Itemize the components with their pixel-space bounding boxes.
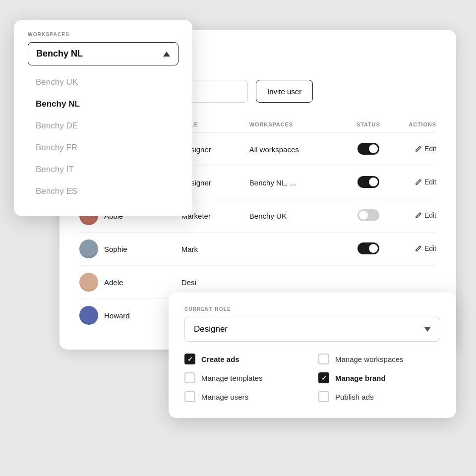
avatar: [79, 306, 98, 325]
col-header-actions: ACTIONS: [391, 117, 436, 133]
workspace-item-benchy-es[interactable]: Benchy ES: [28, 180, 178, 202]
avatar: [79, 273, 98, 292]
toggle-track[interactable]: [357, 242, 379, 254]
checkbox-create-ads[interactable]: [184, 354, 195, 364]
edit-icon: [415, 212, 422, 219]
edit-label: Edit: [424, 145, 436, 153]
role-select-box[interactable]: Designer: [184, 317, 440, 342]
status-toggle[interactable]: [357, 143, 379, 155]
edit-label: Edit: [424, 211, 436, 219]
dropdown-arrow-icon: [163, 52, 170, 57]
workspace-dropdown-list: Benchy UK Benchy NL Benchy DE Benchy FR …: [28, 67, 178, 206]
user-workspaces: Benchy NL, ...: [249, 166, 346, 199]
user-name: Howard: [104, 311, 130, 320]
role-dropdown-arrow-icon: [424, 327, 431, 332]
col-header-status: STATUS: [346, 117, 391, 133]
permission-manage-workspaces: Manage workspaces: [318, 354, 440, 364]
toggle-thumb: [369, 178, 378, 186]
invite-user-button[interactable]: Invite user: [256, 80, 313, 103]
user-name: Sophie: [104, 245, 127, 253]
status-toggle[interactable]: [357, 242, 379, 254]
workspace-item-benchy-it[interactable]: Benchy IT: [28, 159, 178, 180]
user-workspaces: [249, 233, 346, 266]
table-row: Sophie Mark: [79, 233, 436, 266]
toggle-thumb: [369, 144, 378, 153]
workspace-selected-value: Benchy NL: [36, 49, 83, 59]
user-actions: Edit: [391, 233, 436, 266]
avatar: [79, 239, 98, 258]
permission-label-create-ads: Create ads: [201, 355, 239, 363]
permission-manage-templates: Manage templates: [184, 372, 306, 383]
status-toggle[interactable]: [357, 176, 379, 188]
role-panel-label: CURRENT ROLE: [184, 306, 440, 312]
edit-button[interactable]: Edit: [415, 211, 436, 219]
toggle-thumb: [359, 211, 368, 220]
workspace-panel-label: WORKSPACES: [28, 32, 178, 37]
permission-manage-brand: Manage brand: [318, 372, 440, 383]
permission-manage-users: Manage users: [184, 391, 306, 402]
user-actions: Edit: [391, 133, 436, 166]
edit-label: Edit: [424, 178, 436, 186]
edit-button[interactable]: Edit: [415, 145, 436, 153]
workspace-item-benchy-nl[interactable]: Benchy NL: [28, 93, 178, 115]
workspace-item-benchy-fr[interactable]: Benchy FR: [28, 137, 178, 159]
permission-label-manage-workspaces: Manage workspaces: [335, 355, 404, 363]
role-panel: CURRENT ROLE Designer Create ads Manage …: [169, 293, 456, 418]
edit-icon: [415, 145, 422, 152]
workspace-panel: WORKSPACES Benchy NL Benchy UK Benchy NL…: [14, 20, 192, 216]
col-header-workspaces: WORKSPACES: [249, 117, 346, 133]
workspace-select-box[interactable]: Benchy NL: [28, 42, 178, 65]
workspace-item-benchy-uk[interactable]: Benchy UK: [28, 71, 178, 93]
toggle-track[interactable]: [357, 143, 379, 155]
checkbox-manage-brand[interactable]: [318, 372, 329, 383]
user-cell: Sophie: [79, 239, 181, 258]
checkbox-manage-templates[interactable]: [184, 372, 195, 383]
user-workspaces: All workspaces: [249, 133, 346, 166]
user-status[interactable]: [346, 199, 391, 233]
permission-label-manage-users: Manage users: [201, 393, 248, 401]
user-name: Adele: [104, 278, 123, 287]
permission-label-manage-templates: Manage templates: [201, 374, 262, 382]
workspace-item-benchy-de[interactable]: Benchy DE: [28, 115, 178, 137]
user-role: Mark: [181, 233, 249, 266]
permission-create-ads: Create ads: [184, 354, 306, 364]
toggle-track[interactable]: [357, 209, 379, 221]
permissions-grid: Create ads Manage workspaces Manage temp…: [184, 354, 440, 402]
edit-icon: [415, 178, 422, 185]
checkbox-manage-users[interactable]: [184, 391, 195, 402]
edit-icon: [415, 245, 422, 252]
checkbox-manage-workspaces[interactable]: [318, 354, 329, 364]
toggle-thumb: [369, 244, 378, 253]
user-status[interactable]: [346, 233, 391, 266]
user-cell: Adele: [79, 273, 181, 292]
user-status[interactable]: [346, 133, 391, 166]
user-actions: Edit: [391, 166, 436, 199]
toggle-track[interactable]: [357, 176, 379, 188]
user-cell: Howard: [79, 306, 181, 325]
permission-publish-ads: Publish ads: [318, 391, 440, 402]
role-selected-value: Designer: [194, 324, 228, 334]
permission-label-manage-brand: Manage brand: [335, 374, 386, 382]
status-toggle[interactable]: [357, 209, 379, 221]
user-status[interactable]: [346, 166, 391, 199]
edit-button[interactable]: Edit: [415, 244, 436, 252]
user-actions: Edit: [391, 199, 436, 233]
checkbox-publish-ads[interactable]: [318, 391, 329, 402]
user-workspaces: Benchy UK: [249, 199, 346, 233]
edit-button[interactable]: Edit: [415, 178, 436, 186]
edit-label: Edit: [424, 244, 436, 252]
permission-label-publish-ads: Publish ads: [335, 393, 374, 401]
